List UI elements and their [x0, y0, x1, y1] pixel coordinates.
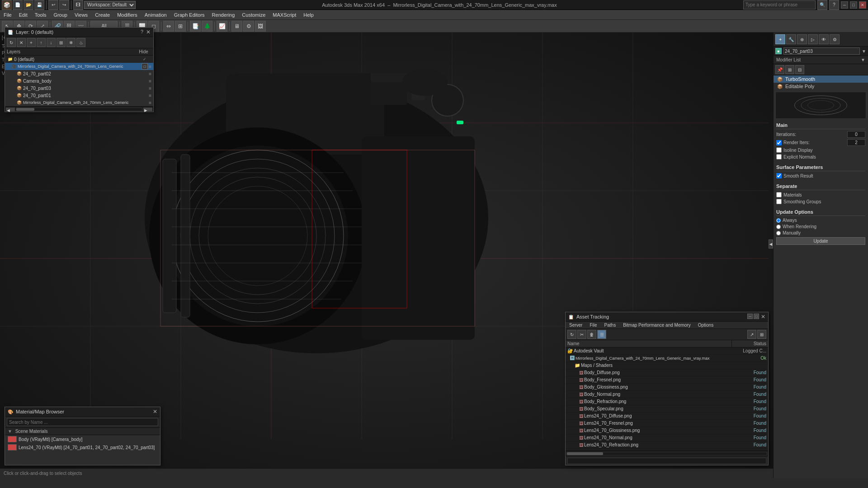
object-name-input[interactable]	[783, 47, 860, 55]
smooth-result-checkbox[interactable]	[776, 173, 782, 178]
scene-explorer[interactable]: 🌲	[202, 21, 212, 32]
layers-add-btn[interactable]: +	[27, 38, 36, 47]
layers-freeze-btn[interactable]: ❄	[66, 38, 75, 47]
layer-menu-camera-body[interactable]: ≡	[149, 79, 151, 84]
layer-row-default[interactable]: 📁 0 (default) ✓	[5, 56, 153, 63]
asset-menu-bitmap-perf[interactable]: Bitmap Performance and Memory	[619, 322, 694, 328]
open-btn[interactable]: 📂	[24, 0, 33, 10]
layer-box-camera-group[interactable]: □	[142, 63, 148, 70]
scroll-right-btn[interactable]: ►	[143, 108, 152, 111]
asset-close-btn[interactable]: ✕	[761, 314, 765, 320]
menu-group[interactable]: Group	[50, 10, 71, 20]
asset-row-img-1[interactable]: 🖼 Body_Fresnel.png Found	[566, 376, 768, 384]
motion-icon[interactable]: ▷	[808, 34, 818, 44]
isoline-checkbox[interactable]	[776, 147, 782, 153]
object-name-dropdown[interactable]: ▼	[862, 49, 866, 54]
asset-minimize-btn[interactable]: ─	[747, 314, 753, 319]
help-icon[interactable]: ?	[829, 0, 839, 10]
menu-animation[interactable]: Animation	[141, 10, 170, 20]
asset-table-container[interactable]: Name Status 🔐 Autodesk Vault Logged C...…	[566, 340, 768, 450]
layer-menu-part01[interactable]: ≡	[149, 93, 151, 98]
close-btn[interactable]: ✕	[859, 1, 866, 9]
menu-graph-editors[interactable]: Graph Editors	[170, 10, 208, 20]
render-iters-checkbox[interactable]	[776, 140, 782, 145]
asset-row-maxfile[interactable]: 🅼 Mirrorless_Digital_Camera_with_24_70mm…	[566, 355, 768, 362]
graph-editors-btn[interactable]: 📈	[217, 21, 227, 32]
layers-remove-btn[interactable]: ✕	[17, 38, 26, 47]
show-all-subtrees-btn[interactable]: ⊟	[795, 65, 804, 74]
title-search-input[interactable]	[743, 0, 816, 9]
asset-scroll-thumb[interactable]	[567, 452, 603, 455]
render-setup-btn[interactable]: 🎞	[73, 0, 83, 10]
menu-maxscript[interactable]: MAXScript	[269, 10, 300, 20]
material-scene-label[interactable]: ▼ Scene Materials	[5, 428, 160, 435]
asset-strip-btn[interactable]: ✂	[577, 330, 586, 339]
panel-splitter[interactable]: ◄	[769, 239, 773, 249]
material-search-input[interactable]	[7, 418, 158, 426]
explicit-normals-checkbox[interactable]	[776, 154, 782, 160]
when-rendering-radio[interactable]	[776, 225, 781, 229]
workspace-select[interactable]: Workspace: Default	[84, 1, 136, 9]
asset-row-img-8[interactable]: 🖼 Lens24_70_Glossiness.png Found	[566, 427, 768, 434]
asset-refresh-btn[interactable]: ↻	[567, 330, 576, 339]
menu-help[interactable]: Help	[300, 10, 317, 20]
modifier-editable-poly[interactable]: 📦 Editable Poly	[774, 83, 868, 90]
asset-row-img-7[interactable]: 🖼 Lens24_70_Fresnel.png Found	[566, 420, 768, 427]
layer-menu-camera-group[interactable]: ≡	[149, 64, 151, 69]
configure-modifier-sets-btn[interactable]: ⊞	[785, 65, 794, 74]
layer-row-part01[interactable]: 📦 24_70_part01 ≡	[5, 92, 153, 99]
layers-help-btn[interactable]: ?	[141, 29, 143, 35]
asset-row-img-10[interactable]: 🖼 Lens24_70_Refraction.png Found	[566, 441, 768, 449]
menu-customize[interactable]: Customize	[238, 10, 269, 20]
new-btn[interactable]: 📄	[13, 0, 23, 10]
layers-close-btn[interactable]: ✕	[146, 29, 151, 35]
asset-row-img-6[interactable]: 🖼 Lens24_70_Diffuse.png Found	[566, 413, 768, 420]
asset-row-img-3[interactable]: 🖼 Body_Normal.png Found	[566, 391, 768, 398]
asset-path-input[interactable]	[567, 458, 766, 464]
menu-views[interactable]: Views	[71, 10, 91, 20]
menu-create[interactable]: Create	[91, 10, 113, 20]
layer-menu-mirrorless2[interactable]: ≡	[149, 100, 151, 105]
render-setup[interactable]: ⚙	[243, 21, 254, 32]
menu-rendering[interactable]: Rendering	[208, 10, 239, 20]
material-body-item[interactable]: Body (VRayMtl) [Camera_body]	[5, 435, 160, 443]
update-button[interactable]: Update	[776, 237, 865, 245]
asset-menu-options[interactable]: Options	[694, 322, 717, 328]
utilities-icon[interactable]: ⚙	[830, 34, 840, 44]
asset-remove-missing-btn[interactable]: 🗑	[587, 330, 596, 339]
modifier-properties-scroll[interactable]: Main Iterations: Render Iters: Isoline D…	[774, 121, 868, 478]
undo-btn[interactable]: ↩	[48, 0, 58, 10]
asset-list-view-btn[interactable]: ☰	[597, 330, 606, 339]
always-radio[interactable]	[776, 218, 781, 223]
redo-btn[interactable]: ↪	[59, 0, 69, 10]
search-icon[interactable]: 🔍	[817, 0, 827, 10]
material-lens-item[interactable]: Lens24_70 (VRayMtl) [24_70_part01, 24_70…	[5, 443, 160, 451]
hierarchy-icon[interactable]: ⊕	[797, 34, 807, 44]
render-iters-input[interactable]	[847, 139, 865, 146]
asset-menu-server[interactable]: Server	[566, 322, 586, 328]
create-icon[interactable]: ✦	[775, 34, 785, 44]
layer-row-mirrorless2[interactable]: 📦 Mirrorless_Digital_Camera_with_24_70mm…	[5, 99, 153, 106]
layer-manager[interactable]: 📑	[190, 21, 201, 32]
layers-move-up-btn[interactable]: ↑	[37, 38, 46, 47]
mirror-tool[interactable]: ⇔	[163, 21, 174, 32]
menu-tools[interactable]: Tools	[31, 10, 50, 20]
pin-modifier-btn[interactable]: 📌	[775, 65, 784, 74]
layers-refresh-btn[interactable]: ↻	[7, 38, 16, 47]
layer-row-camera-body[interactable]: 📦 Camera_body ≡	[5, 77, 153, 84]
asset-row-vault[interactable]: 🔐 Autodesk Vault Logged C...	[566, 347, 768, 355]
asset-row-img-4[interactable]: 🖼 Body_Refraction.png Found	[566, 398, 768, 405]
layer-row-part02[interactable]: 📦 24_70_part02 ≡	[5, 70, 153, 77]
asset-menu-paths[interactable]: Paths	[601, 322, 620, 328]
modifier-list-dropdown[interactable]: ▼	[861, 57, 865, 62]
modifier-turbosmooh[interactable]: 📦 TurboSmooth	[774, 75, 868, 83]
menu-file[interactable]: File	[0, 10, 15, 20]
save-btn[interactable]: 💾	[34, 0, 44, 10]
display-icon[interactable]: 👁	[819, 34, 829, 44]
asset-menu-file[interactable]: File	[586, 322, 600, 328]
layers-select-all-btn[interactable]: ⊞	[57, 38, 66, 47]
materials-checkbox[interactable]	[776, 192, 782, 197]
asset-row-img-0[interactable]: 🖼 Body_Diffuse.png Found	[566, 369, 768, 376]
asset-row-img-9[interactable]: 🖼 Lens24_70_Normal.png Found	[566, 434, 768, 441]
layer-menu-part02[interactable]: ≡	[149, 71, 151, 76]
